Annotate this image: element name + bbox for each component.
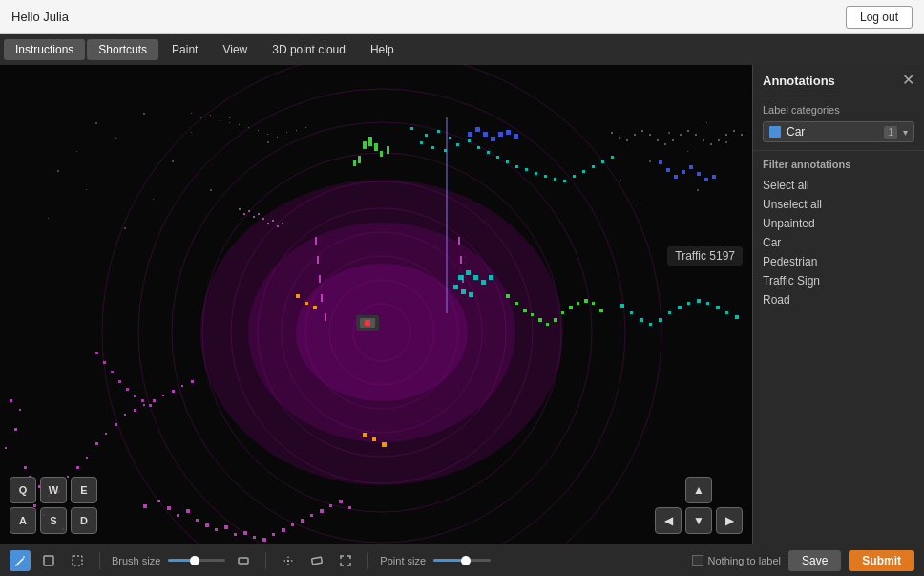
svg-rect-34: [697, 189, 699, 191]
menu-3d-point-cloud[interactable]: 3D point cloud: [261, 39, 357, 60]
arrow-up[interactable]: ▲: [685, 477, 712, 503]
svg-rect-25: [210, 189, 212, 191]
logout-button[interactable]: Log out: [846, 6, 913, 29]
svg-rect-213: [672, 139, 674, 141]
svg-rect-86: [317, 256, 319, 264]
svg-rect-157: [387, 146, 389, 154]
lasso-tool-icon[interactable]: [67, 550, 88, 571]
svg-rect-53: [143, 404, 145, 406]
brush-size-slider[interactable]: [168, 559, 225, 562]
filter-road[interactable]: Road: [763, 290, 914, 309]
svg-rect-186: [258, 213, 260, 215]
svg-rect-106: [515, 165, 518, 168]
svg-rect-83: [339, 500, 343, 503]
svg-rect-72: [234, 533, 237, 536]
svg-rect-210: [649, 134, 651, 136]
svg-rect-140: [523, 309, 527, 312]
arrow-down[interactable]: ▼: [685, 507, 712, 534]
panel-header: Annotations ✕: [753, 65, 924, 96]
svg-rect-117: [620, 304, 624, 308]
svg-rect-56: [172, 390, 175, 393]
svg-rect-158: [468, 132, 472, 137]
svg-rect-78: [291, 523, 294, 526]
navigation-keys: Q W E A S D: [10, 477, 97, 534]
menu-help[interactable]: Help: [359, 39, 406, 60]
svg-rect-139: [515, 302, 518, 305]
svg-rect-232: [44, 556, 53, 565]
svg-rect-16: [76, 151, 77, 152]
svg-rect-229: [134, 395, 136, 397]
svg-rect-94: [425, 134, 428, 137]
save-button[interactable]: Save: [788, 550, 841, 571]
menu-paint[interactable]: Paint: [160, 39, 209, 60]
svg-rect-31: [706, 122, 707, 123]
svg-rect-64: [158, 500, 160, 502]
point-size-slider[interactable]: [433, 559, 491, 562]
svg-rect-170: [697, 172, 701, 176]
svg-rect-48: [95, 442, 98, 445]
svg-rect-165: [659, 160, 662, 164]
svg-rect-222: [741, 134, 743, 136]
canvas-area[interactable]: Traffic 5197 Q W E A S D ▲ ◀ ▼ ▶: [0, 65, 752, 544]
svg-rect-129: [735, 315, 739, 319]
filter-car[interactable]: Car: [763, 233, 914, 252]
submit-button[interactable]: Submit: [849, 550, 914, 571]
key-a[interactable]: A: [10, 507, 36, 534]
svg-rect-122: [668, 311, 671, 314]
menu-shortcuts[interactable]: Shortcuts: [87, 39, 158, 60]
svg-rect-21: [172, 160, 174, 162]
arrow-right[interactable]: ▶: [716, 507, 743, 534]
menu-view[interactable]: View: [211, 39, 259, 60]
arrow-row-top: ▲: [685, 477, 712, 503]
fullscreen-tool-icon[interactable]: [335, 550, 356, 571]
key-q[interactable]: Q: [10, 477, 36, 503]
filter-traffic-sign[interactable]: Traffic Sign: [763, 271, 914, 290]
svg-rect-135: [453, 285, 458, 289]
svg-rect-110: [554, 178, 556, 181]
svg-rect-68: [196, 519, 199, 522]
nothing-to-label-checkbox[interactable]: [692, 555, 704, 566]
svg-rect-108: [535, 172, 537, 175]
nav-key-row-top: Q W E: [10, 477, 97, 503]
key-e[interactable]: E: [71, 477, 97, 503]
svg-rect-182: [239, 208, 241, 210]
svg-rect-220: [725, 134, 727, 136]
category-number: 1: [884, 126, 897, 139]
key-d[interactable]: D: [71, 507, 97, 534]
move-tool-icon[interactable]: [278, 550, 299, 571]
svg-rect-169: [689, 165, 693, 169]
svg-rect-160: [483, 132, 488, 137]
pen-tool-icon[interactable]: [10, 550, 31, 571]
filter-unpainted[interactable]: Unpainted: [763, 214, 914, 233]
svg-rect-23: [267, 141, 269, 143]
rotate-tool-icon[interactable]: [306, 550, 327, 571]
svg-rect-71: [224, 525, 228, 529]
brush-shape-icon[interactable]: [233, 550, 254, 571]
menu-instructions[interactable]: Instructions: [4, 39, 85, 60]
svg-rect-80: [310, 514, 313, 517]
svg-rect-134: [489, 275, 494, 280]
filter-unselect-all[interactable]: Unselect all: [763, 195, 914, 214]
filter-select-all[interactable]: Select all: [763, 176, 914, 195]
filter-pedestrian[interactable]: Pedestrian: [763, 252, 914, 271]
svg-rect-181: [365, 320, 370, 326]
svg-rect-65: [167, 506, 171, 510]
svg-rect-225: [103, 361, 106, 364]
svg-rect-15: [115, 137, 116, 139]
filter-section: Filter annotations Select all Unselect a…: [753, 151, 924, 317]
svg-rect-152: [368, 137, 372, 146]
key-s[interactable]: S: [40, 507, 67, 534]
svg-rect-173: [296, 294, 300, 298]
svg-rect-142: [538, 318, 542, 322]
arrow-row-bottom: ◀ ▼ ▶: [655, 507, 743, 534]
close-icon[interactable]: ✕: [902, 73, 914, 88]
category-dropdown[interactable]: Car 1 ▾: [763, 121, 914, 142]
key-w[interactable]: W: [40, 477, 67, 503]
svg-rect-215: [687, 130, 689, 132]
svg-rect-69: [205, 523, 209, 527]
svg-rect-85: [315, 237, 317, 245]
select-box-tool-icon[interactable]: [38, 550, 59, 571]
arrow-left[interactable]: ◀: [655, 507, 682, 534]
traffic-badge: Traffic 5197: [667, 246, 743, 266]
svg-rect-206: [619, 137, 620, 139]
